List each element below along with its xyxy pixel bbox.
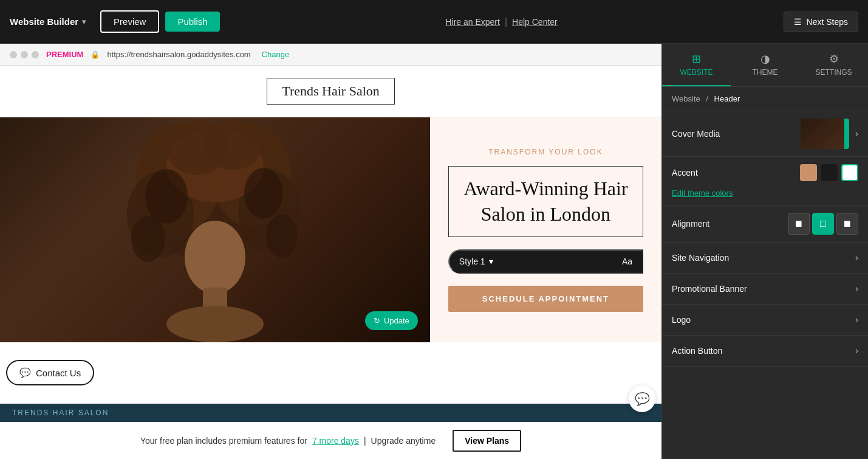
alignment-row: Alignment ⬛︎ ⬜︎ ⬛︎ xyxy=(662,205,868,242)
tab-settings[interactable]: ⚙ SETTINGS xyxy=(799,44,868,86)
settings-tab-icon: ⚙ xyxy=(829,52,839,66)
hair-figure-svg xyxy=(118,117,312,342)
next-steps-icon: ☰ xyxy=(794,17,802,27)
cover-media-label: Cover Media xyxy=(672,129,801,139)
logo-row[interactable]: Logo › xyxy=(662,305,868,335)
accent-label: Accent xyxy=(672,168,800,178)
hero-controls: Style 1 ▾ Aa xyxy=(448,249,643,274)
cover-media-thumbnail xyxy=(801,119,849,149)
brand-label: Website Builder xyxy=(10,16,78,27)
next-steps-button[interactable]: ☰ Next Steps xyxy=(784,12,858,32)
browser-dot-green xyxy=(32,51,39,58)
site-title-box: Trends Hair Salon xyxy=(267,78,395,105)
preview-button[interactable]: Preview xyxy=(100,10,159,33)
accent-section: Accent Edit theme colors xyxy=(662,157,868,205)
thumb-accent xyxy=(844,119,849,149)
contact-label: Contact Us xyxy=(36,368,81,378)
style-selector[interactable]: Style 1 ▾ Aa xyxy=(448,249,643,274)
cover-media-chevron-icon: › xyxy=(855,128,858,139)
toolbar-divider: | xyxy=(505,16,507,27)
breadcrumb-separator: / xyxy=(706,94,708,103)
panel-tabs: ⊞ WEBSITE ◑ THEME ⚙ SETTINGS xyxy=(662,44,868,87)
promotional-banner-section: Promotional Banner › xyxy=(662,274,868,305)
breadcrumb: Website / Header xyxy=(662,87,868,111)
site-title-area: Trends Hair Salon xyxy=(0,66,661,117)
help-center-link[interactable]: Help Center xyxy=(512,17,558,27)
schedule-button[interactable]: SCHEDULE APPOINTMENT xyxy=(448,286,643,312)
update-label: Update xyxy=(384,316,409,325)
svg-point-13 xyxy=(131,216,165,262)
chat-bubble[interactable]: 💬 xyxy=(629,385,655,412)
hire-expert-link[interactable]: Hire an Expert xyxy=(445,17,499,27)
site-navigation-section: Site Navigation › xyxy=(662,243,868,274)
contact-icon: 💬 xyxy=(19,367,31,378)
action-button-row[interactable]: Action Button › xyxy=(662,336,868,366)
next-steps-label: Next Steps xyxy=(807,17,848,27)
hero-content: TRANSFORM YOUR LOOK Award-Winning Hair S… xyxy=(430,117,661,342)
svg-point-14 xyxy=(266,214,298,258)
browser-chrome: PREMIUM 🔒 https://trendshairsalon.godadd… xyxy=(0,44,661,66)
swatch-black[interactable] xyxy=(821,164,838,181)
alignment-label: Alignment xyxy=(672,219,788,229)
change-link[interactable]: Change xyxy=(262,50,290,59)
svg-point-8 xyxy=(185,221,245,294)
contact-us-button[interactable]: 💬 Contact Us xyxy=(6,360,94,385)
tab-website[interactable]: ⊞ WEBSITE xyxy=(662,44,731,86)
upgrade-text: Your free plan includes premium features… xyxy=(140,436,307,446)
hero-headline: Award-Winning Hair Salon in London xyxy=(461,176,630,227)
main-area: PREMIUM 🔒 https://trendshairsalon.godadd… xyxy=(0,44,868,459)
action-button-section: Action Button › xyxy=(662,336,868,367)
brand[interactable]: Website Builder ▾ xyxy=(10,16,86,27)
website-tab-label: WEBSITE xyxy=(680,68,713,77)
site-navigation-chevron-icon: › xyxy=(855,252,858,263)
update-button[interactable]: ↻ Update xyxy=(365,311,418,330)
brand-chevron-icon: ▾ xyxy=(82,18,86,26)
promotional-banner-row[interactable]: Promotional Banner › xyxy=(662,274,868,304)
website-preview: Trends Hair Salon xyxy=(0,66,661,422)
logo-label: Logo xyxy=(672,315,855,325)
svg-point-7 xyxy=(204,119,262,170)
action-button-chevron-icon: › xyxy=(855,345,858,356)
settings-tab-label: SETTINGS xyxy=(815,68,852,77)
logo-chevron-icon: › xyxy=(855,314,858,325)
site-navigation-row[interactable]: Site Navigation › xyxy=(662,243,868,273)
tab-theme[interactable]: ◑ THEME xyxy=(731,44,799,86)
upgrade-anytime: Upgrade anytime xyxy=(371,436,436,446)
align-left-button[interactable]: ⬛︎ xyxy=(788,213,810,235)
swatch-white[interactable] xyxy=(841,164,858,181)
site-title: Trends Hair Salon xyxy=(282,83,380,98)
promotional-banner-label: Promotional Banner xyxy=(672,284,855,294)
footer-bar: TRENDS HAIR SALON xyxy=(0,404,661,422)
premium-badge: PREMIUM xyxy=(46,50,83,59)
days-link[interactable]: 7 more days xyxy=(312,436,359,446)
update-icon: ↻ xyxy=(374,316,380,325)
browser-dot-yellow xyxy=(21,51,28,58)
alignment-section: Alignment ⬛︎ ⬜︎ ⬛︎ xyxy=(662,205,868,243)
action-button-label: Action Button xyxy=(672,346,855,356)
view-plans-button[interactable]: View Plans xyxy=(453,430,521,452)
toolbar: Website Builder ▾ Preview Publish Hire a… xyxy=(0,0,868,44)
theme-tab-label: THEME xyxy=(753,68,778,77)
breadcrumb-current: Header xyxy=(714,94,740,103)
logo-section: Logo › xyxy=(662,305,868,336)
align-center-button[interactable]: ⬜︎ xyxy=(812,213,834,235)
canvas-area: PREMIUM 🔒 https://trendshairsalon.godadd… xyxy=(0,44,661,459)
upgrade-bar: Your free plan includes premium features… xyxy=(0,422,661,459)
website-tab-icon: ⊞ xyxy=(692,52,701,66)
upgrade-separator: | xyxy=(364,436,366,446)
breadcrumb-parent[interactable]: Website xyxy=(672,94,700,103)
transform-label: TRANSFORM YOUR LOOK xyxy=(488,148,603,156)
cover-media-section: Cover Media › xyxy=(662,111,868,157)
hero-section: ↻ Update TRANSFORM YOUR LOOK Award-Winni… xyxy=(0,117,661,342)
cover-media-row[interactable]: Cover Media › xyxy=(662,111,868,156)
footer-text: TRENDS HAIR SALON xyxy=(12,409,109,417)
browser-dots xyxy=(10,51,39,58)
toolbar-center: Hire an Expert | Help Center xyxy=(220,16,784,27)
publish-button[interactable]: Publish xyxy=(165,12,219,32)
edit-theme-link[interactable]: Edit theme colors xyxy=(662,188,868,205)
swatch-tan[interactable] xyxy=(800,164,817,181)
hero-headline-box: Award-Winning Hair Salon in London xyxy=(448,166,643,237)
align-right-button[interactable]: ⬛︎ xyxy=(836,213,858,235)
svg-point-12 xyxy=(244,168,283,219)
right-panel: ⊞ WEBSITE ◑ THEME ⚙ SETTINGS Website / H… xyxy=(661,44,868,459)
